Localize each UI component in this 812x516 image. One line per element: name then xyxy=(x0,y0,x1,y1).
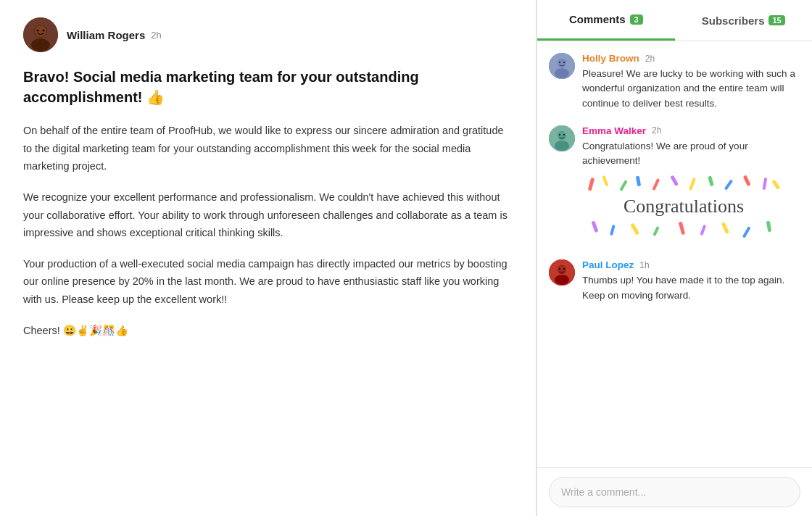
tab-comments-label: Comments xyxy=(569,13,626,25)
svg-rect-24 xyxy=(689,178,696,191)
svg-point-43 xyxy=(559,268,560,270)
svg-rect-23 xyxy=(670,175,679,186)
svg-rect-19 xyxy=(602,175,608,186)
comment-header-emma: Emma Walker 2h xyxy=(582,125,800,136)
tab-subscribers[interactable]: Subscribers 15 xyxy=(675,0,813,41)
comment-header-holly: Holly Brown 2h xyxy=(582,53,800,64)
svg-point-3 xyxy=(35,25,46,37)
comment-item: Emma Walker 2h Congratulations! We are p… xyxy=(549,125,800,246)
comment-item: Holly Brown 2h Pleasure! We are lucky to… xyxy=(549,53,800,111)
post-time: 2h xyxy=(151,30,161,41)
svg-point-16 xyxy=(559,134,560,136)
comment-avatar-emma xyxy=(549,125,575,151)
svg-rect-37 xyxy=(742,226,751,238)
post-body: On behalf of the entire team of ProofHub… xyxy=(23,122,513,339)
svg-point-17 xyxy=(563,134,565,136)
subscribers-badge: 15 xyxy=(768,15,784,25)
svg-point-41 xyxy=(555,275,569,285)
svg-rect-32 xyxy=(630,223,639,236)
comment-header-paul: Paul Lopez 1h xyxy=(582,259,800,270)
svg-rect-28 xyxy=(762,178,767,190)
svg-rect-27 xyxy=(743,175,751,187)
svg-point-10 xyxy=(559,62,560,63)
comment-author-holly: Holly Brown xyxy=(582,53,639,64)
svg-point-11 xyxy=(563,62,565,63)
comment-content-emma: Emma Walker 2h Congratulations! We are p… xyxy=(582,125,800,246)
svg-point-2 xyxy=(31,38,50,51)
comments-list: Holly Brown 2h Pleasure! We are lucky to… xyxy=(537,41,812,467)
comment-time-holly: 2h xyxy=(645,54,655,64)
comment-text-holly: Pleasure! We are lucky to be working wit… xyxy=(582,67,800,111)
svg-rect-21 xyxy=(636,176,641,187)
comment-author-paul: Paul Lopez xyxy=(582,259,634,270)
svg-point-8 xyxy=(555,68,569,78)
svg-rect-25 xyxy=(708,176,713,187)
post-panel: William Rogers 2h Bravo! Social media ma… xyxy=(0,0,536,516)
svg-rect-35 xyxy=(700,225,706,236)
svg-rect-22 xyxy=(652,178,660,191)
post-paragraph-2: We recognize your excellent performance … xyxy=(23,188,513,242)
comment-avatar-holly xyxy=(549,53,575,79)
svg-rect-33 xyxy=(652,226,660,236)
comment-input-area xyxy=(537,467,812,516)
tab-comments[interactable]: Comments 3 xyxy=(537,0,675,41)
author-avatar xyxy=(23,17,58,52)
congratulations-text: Congratulations xyxy=(624,196,744,217)
post-paragraph-3: Your production of a well-executed socia… xyxy=(23,255,513,309)
comment-author-emma: Emma Walker xyxy=(582,125,646,136)
tab-subscribers-label: Subscribers xyxy=(702,14,765,27)
comment-avatar-paul xyxy=(549,259,575,286)
post-paragraph-4: Cheers! 😀✌🎉🎊👍 xyxy=(23,322,513,340)
svg-rect-30 xyxy=(591,221,598,233)
svg-rect-36 xyxy=(721,222,729,235)
svg-point-14 xyxy=(555,141,569,151)
svg-point-44 xyxy=(563,268,565,270)
svg-point-5 xyxy=(43,30,45,32)
comment-time-emma: 2h xyxy=(652,125,661,136)
comment-item: Paul Lopez 1h Thumbs up! You have made i… xyxy=(549,259,800,303)
svg-rect-18 xyxy=(588,178,594,191)
comment-text-emma: Congratulations! We are proud of your ac… xyxy=(582,139,800,169)
post-author-name: William Rogers xyxy=(67,29,145,41)
right-panel: Comments 3 Subscribers 15 xyxy=(536,0,812,516)
post-paragraph-1: On behalf of the entire team of ProofHub… xyxy=(23,122,513,175)
post-author-info: William Rogers 2h xyxy=(67,29,162,41)
comment-input[interactable] xyxy=(549,477,800,507)
svg-point-4 xyxy=(37,30,39,32)
svg-rect-26 xyxy=(724,180,733,191)
comment-time-paul: 1h xyxy=(639,260,649,270)
post-title: Bravo! Social media marketing team for y… xyxy=(23,67,513,107)
svg-rect-20 xyxy=(619,180,627,191)
svg-rect-34 xyxy=(679,222,685,236)
post-header: William Rogers 2h xyxy=(23,17,513,52)
comment-content-paul: Paul Lopez 1h Thumbs up! You have made i… xyxy=(582,259,800,303)
svg-rect-29 xyxy=(771,180,780,190)
comment-content-holly: Holly Brown 2h Pleasure! We are lucky to… xyxy=(582,53,800,111)
comments-badge: 3 xyxy=(630,14,643,25)
comment-text-paul: Thumbs up! You have made it to the top a… xyxy=(582,273,800,303)
svg-rect-38 xyxy=(766,221,772,233)
congratulations-image: Congratulations xyxy=(582,174,785,239)
tabs: Comments 3 Subscribers 15 xyxy=(537,0,812,41)
svg-rect-31 xyxy=(610,225,616,236)
